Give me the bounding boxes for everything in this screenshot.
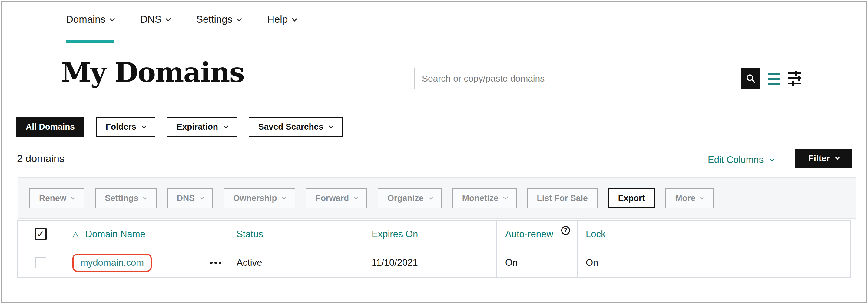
- chevron-down-icon: [503, 195, 507, 199]
- active-nav-underline: [66, 40, 114, 43]
- search-input[interactable]: [414, 68, 741, 89]
- check-icon: ✓: [37, 229, 44, 239]
- column-header-label: Auto-renew: [505, 229, 553, 240]
- chevron-down-icon: [223, 123, 228, 128]
- filter-button-label: Filter: [808, 154, 830, 164]
- pill-expiration[interactable]: Expiration: [167, 117, 237, 137]
- list-view-icon[interactable]: [768, 73, 780, 85]
- nav-item-domains[interactable]: Domains: [66, 13, 114, 25]
- chevron-down-icon: [199, 195, 204, 199]
- chevron-down-icon: [770, 157, 775, 162]
- filter-pill-row: All Domains Folders Expiration Saved Sea…: [16, 117, 343, 137]
- chevron-down-icon: [110, 16, 115, 21]
- filter-sliders-icon[interactable]: [788, 71, 802, 88]
- edit-columns-label: Edit Columns: [708, 155, 764, 165]
- chevron-down-icon: [700, 195, 705, 199]
- pill-label: Folders: [106, 122, 136, 132]
- chevron-down-icon: [835, 155, 840, 160]
- filter-button[interactable]: Filter: [795, 149, 852, 168]
- button-label: Ownership: [233, 193, 277, 203]
- button-label: Forward: [316, 193, 349, 203]
- lock-cell: On: [578, 248, 657, 277]
- select-all-checkbox[interactable]: ✓: [35, 228, 46, 240]
- chevron-down-icon: [165, 16, 171, 21]
- domain-link-label: mydomain.com: [80, 257, 144, 268]
- button-label: Settings: [105, 193, 138, 203]
- domain-count: 2 domains: [17, 153, 64, 164]
- chevron-down-icon: [71, 195, 75, 199]
- column-header-label: Status: [237, 229, 263, 240]
- column-header-expires-on[interactable]: Expires On: [364, 221, 497, 248]
- column-header-domain-name[interactable]: △ Domain Name: [64, 221, 228, 248]
- export-button[interactable]: Export: [608, 188, 655, 208]
- expires-on-cell: 11/10/2021: [364, 248, 497, 277]
- auto-renew-cell: On: [497, 248, 578, 277]
- ownership-button[interactable]: Ownership: [223, 188, 295, 208]
- nav-item-help[interactable]: Help: [267, 13, 297, 25]
- button-label: Renew: [39, 193, 66, 203]
- button-label: DNS: [177, 193, 195, 203]
- column-header-lock[interactable]: Lock: [578, 221, 657, 248]
- forward-button[interactable]: Forward: [306, 188, 367, 208]
- chevron-down-icon: [292, 16, 297, 21]
- column-header-status[interactable]: Status: [228, 221, 364, 248]
- button-label: Organize: [388, 193, 424, 203]
- row-actions-ellipsis-icon[interactable]: [208, 260, 223, 266]
- header-checkbox-cell: ✓: [18, 221, 64, 248]
- pill-folders[interactable]: Folders: [96, 117, 155, 137]
- row-checkbox-cell: [18, 248, 64, 277]
- bulk-actions-toolbar: Renew Settings DNS Ownership Forward Org…: [18, 177, 856, 219]
- nav-item-label: Help: [267, 13, 288, 25]
- search-icon: [746, 74, 756, 84]
- nav-item-dns[interactable]: DNS: [140, 13, 170, 25]
- renew-button[interactable]: Renew: [29, 188, 85, 208]
- pill-all-domains[interactable]: All Domains: [16, 117, 85, 137]
- chevron-down-icon: [236, 16, 242, 21]
- column-header-label: Lock: [586, 229, 606, 240]
- page-title: My Domains: [61, 56, 244, 88]
- organize-button[interactable]: Organize: [378, 188, 442, 208]
- column-header-auto-renew[interactable]: Auto-renew ?: [497, 221, 578, 248]
- pill-saved-searches[interactable]: Saved Searches: [249, 117, 343, 137]
- chevron-down-icon: [429, 195, 433, 199]
- nav-item-settings[interactable]: Settings: [196, 13, 241, 25]
- search-button[interactable]: [741, 68, 761, 89]
- button-label: Monetize: [462, 193, 498, 203]
- list-for-sale-button[interactable]: List For Sale: [527, 188, 597, 208]
- status-cell: Active: [228, 248, 364, 277]
- pill-label: Saved Searches: [258, 122, 323, 132]
- monetize-button[interactable]: Monetize: [453, 188, 517, 208]
- button-label: Export: [618, 193, 645, 203]
- top-nav: Domains DNS Settings Help: [66, 13, 297, 25]
- edit-columns-button[interactable]: Edit Columns: [708, 155, 774, 165]
- column-header-empty: [657, 221, 850, 248]
- chevron-down-icon: [143, 195, 148, 199]
- nav-item-label: DNS: [140, 13, 161, 25]
- button-label: List For Sale: [537, 193, 588, 203]
- nav-item-label: Settings: [196, 13, 232, 25]
- chevron-down-icon: [354, 195, 358, 199]
- button-label: More: [675, 193, 695, 203]
- dns-button[interactable]: DNS: [167, 188, 213, 208]
- chevron-down-icon: [282, 195, 286, 199]
- domains-table: ✓ △ Domain Name Status Expires On Auto-r…: [17, 220, 851, 278]
- column-header-label: Expires On: [372, 229, 418, 240]
- pill-label: Expiration: [177, 122, 218, 132]
- pill-label: All Domains: [26, 122, 75, 132]
- nav-item-label: Domains: [66, 13, 105, 25]
- table-header-row: ✓ △ Domain Name Status Expires On Auto-r…: [18, 221, 850, 248]
- chevron-down-icon: [329, 123, 334, 128]
- row-empty-cell: [657, 248, 850, 277]
- sort-asc-icon: △: [72, 229, 79, 239]
- settings-button[interactable]: Settings: [95, 188, 156, 208]
- page-frame: Domains DNS Settings Help My Domains: [1, 1, 867, 303]
- help-icon[interactable]: ?: [561, 226, 570, 235]
- more-button[interactable]: More: [665, 188, 714, 208]
- domain-link[interactable]: mydomain.com: [72, 254, 152, 272]
- row-checkbox[interactable]: [35, 257, 46, 268]
- chevron-down-icon: [142, 123, 147, 128]
- domain-name-cell: mydomain.com: [64, 248, 228, 277]
- column-header-label: Domain Name: [85, 229, 145, 240]
- table-row: mydomain.com Active 11/10/2021 On On: [18, 248, 850, 277]
